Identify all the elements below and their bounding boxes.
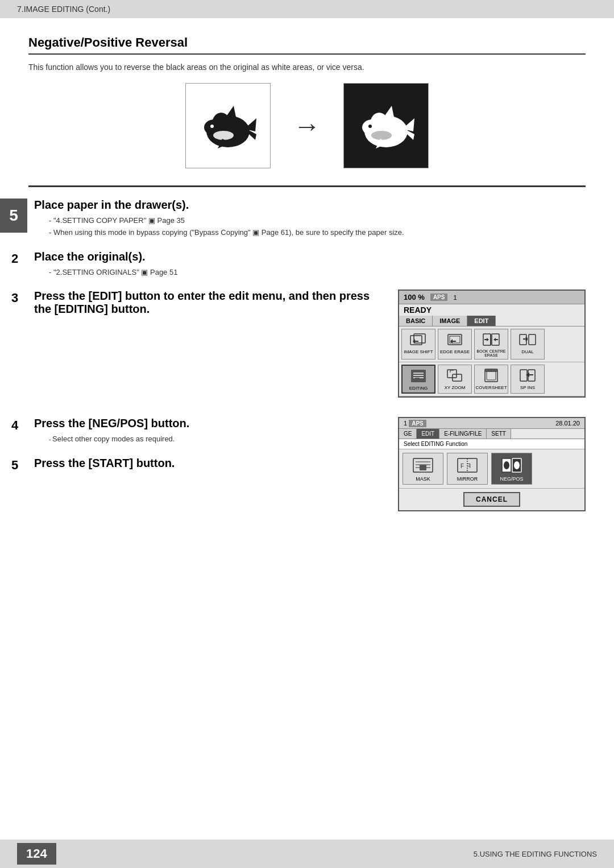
svg-text:F: F [460, 463, 464, 469]
edge-erase-label: EDGE ERASE [440, 349, 470, 354]
step-4-title: Press the [NEG/POS] button. [34, 417, 387, 430]
mask-label: MASK [416, 476, 430, 482]
lcd-btn-dual[interactable]: DUAL [511, 329, 545, 359]
step-2-content: Place the original(s). "2.SETTING ORIGIN… [34, 250, 586, 279]
lcd2-btn-negpos[interactable]: NEG/POS [491, 453, 532, 485]
lcd-btn-edge-erase[interactable]: EDGE ERASE [438, 329, 472, 359]
coversheet-label: COVERSHEET [475, 385, 507, 390]
lcd2-tab-ge[interactable]: GE [399, 429, 417, 439]
step-2-number: 2 [11, 251, 28, 279]
lcd-1-row-1: IMAGE SHIFT EDGE ERASE [399, 326, 584, 362]
lcd-btn-xy-zoom[interactable]: XY ZOOM [438, 365, 472, 394]
step-5-number: 5 [11, 458, 28, 473]
steps-4-5-left: 4 Press the [NEG/POS] button. Select oth… [11, 417, 387, 519]
step-4-content: Press the [NEG/POS] button. Select other… [34, 417, 387, 445]
lcd2-tab-sett[interactable]: SETT [487, 429, 511, 439]
editing-icon [408, 367, 429, 385]
cancel-button[interactable]: CANCEL [463, 492, 520, 507]
lcd-btn-book-centre[interactable]: BOOK CENTRE ERASE [474, 329, 508, 359]
dual-icon [517, 331, 538, 348]
lcd-1-num: 1 [453, 294, 457, 301]
step-2-sub-1: "2.SETTING ORIGINALS" ▣ Page 51 [41, 267, 586, 279]
top-bar: 7.IMAGE EDITING (Cont.) [0, 0, 614, 18]
lcd2-btn-mask[interactable]: MASK [403, 453, 443, 485]
svg-marker-3 [248, 118, 256, 131]
dual-label: DUAL [521, 349, 533, 354]
lcd2-icons-row: MASK FF MIRROR [399, 449, 584, 488]
lcd2-num: 1 [404, 420, 407, 427]
steps-container: 1 Place paper in the drawer(s). "4.SETTI… [0, 199, 586, 519]
step-3-block: 3 Press the [EDIT] button to enter the e… [11, 290, 586, 406]
svg-point-49 [504, 461, 509, 469]
arrow-icon: → [293, 110, 321, 142]
lcd-ready: READY [399, 304, 584, 316]
section-divider [28, 185, 586, 187]
svg-rect-31 [415, 378, 420, 381]
lcd2-btn-mirror[interactable]: FF MIRROR [447, 453, 488, 485]
bottom-section-text: 5.USING THE EDITING FUNCTIONS [474, 850, 597, 858]
lcd2-num-aps: 1 APS [404, 420, 426, 427]
lcd2-select-text: Select EDITING Function [399, 439, 584, 449]
xy-zoom-label: XY ZOOM [445, 385, 466, 390]
original-whale-image [185, 83, 271, 168]
step-1-sub-2: When using this mode in bypass copying (… [41, 227, 586, 239]
step-1-block: 1 Place paper in the drawer(s). "4.SETTI… [11, 199, 586, 239]
step-3-left: 3 Press the [EDIT] button to enter the e… [11, 290, 387, 406]
coversheet-icon [481, 367, 501, 384]
mask-icon [410, 456, 435, 475]
lcd-tab-edit[interactable]: EDIT [467, 316, 496, 326]
lcd-1-tabs: BASIC IMAGE EDIT [399, 316, 584, 326]
lcd-btn-editing[interactable]: EDITING [401, 365, 435, 394]
lcd2-cancel-row: CANCEL [399, 488, 584, 510]
mirror-icon: FF [455, 456, 480, 475]
lcd-tab-basic[interactable]: BASIC [399, 316, 433, 326]
step-3-content: Press the [EDIT] button to enter the edi… [34, 290, 387, 319]
book-centre-icon [481, 331, 501, 348]
step-5-content: Press the [START] button. [34, 457, 387, 473]
xy-zoom-icon [445, 367, 465, 384]
illustration-area: → [28, 83, 586, 168]
lcd2-tab-edit[interactable]: EDIT [417, 429, 439, 439]
lcd-2-display: 1 APS 28.01.20 GE EDIT E-FILING/FILE SET… [398, 417, 586, 511]
mirror-label: MIRROR [457, 476, 478, 482]
step-5-title: Press the [START] button. [34, 457, 387, 470]
lcd-tab-image[interactable]: IMAGE [433, 316, 467, 326]
steps-4-5-wrapper: 4 Press the [NEG/POS] button. Select oth… [11, 417, 586, 519]
lcd-1-row-2: EDITING XY ZOOM [399, 362, 584, 396]
svg-point-16 [371, 131, 392, 140]
lcd-btn-image-shift[interactable]: IMAGE SHIFT [401, 329, 435, 359]
lcd-1-aps: APS [430, 294, 448, 301]
lcd-btn-sp-ins[interactable]: SP INS [511, 365, 545, 394]
step-4-sub-1: Select other copy modes as required. [41, 433, 387, 445]
editing-label: EDITING [409, 386, 428, 391]
lcd-2-header: 1 APS 28.01.20 [399, 418, 584, 429]
step-3-inner: 3 Press the [EDIT] button to enter the e… [11, 290, 387, 319]
svg-point-7 [213, 131, 234, 140]
page-number: 124 [17, 843, 56, 865]
sp-ins-label: SP INS [520, 385, 535, 390]
step-2-block: 2 Place the original(s). "2.SETTING ORIG… [11, 250, 586, 279]
svg-rect-36 [485, 369, 497, 372]
svg-rect-26 [529, 334, 536, 345]
svg-rect-35 [487, 371, 496, 380]
lcd-1-display: 100 % APS 1 READY BASIC IMAGE EDIT [398, 290, 586, 398]
lcd-btn-coversheet[interactable]: COVERSHEET [474, 365, 508, 394]
step-5-block: 5 Press the [START] button. [11, 457, 387, 473]
bottom-bar: 124 5.USING THE EDITING FUNCTIONS [0, 840, 614, 868]
top-bar-text: 7.IMAGE EDITING (Cont.) [17, 5, 110, 14]
book-centre-label: BOOK CENTRE ERASE [476, 349, 507, 357]
edge-erase-icon [445, 331, 465, 348]
lcd2-aps: APS [409, 420, 426, 427]
lcd2-tab-efiling[interactable]: E-FILING/FILE [439, 429, 487, 439]
step-1-sub-1: "4.SETTING COPY PAPER" ▣ Page 35 [41, 215, 586, 227]
svg-point-15 [368, 125, 372, 128]
svg-rect-43 [420, 465, 426, 470]
step-4-number: 4 [11, 418, 28, 445]
step-2-subs: "2.SETTING ORIGINALS" ▣ Page 51 [41, 267, 586, 279]
step-3-number: 3 [11, 291, 28, 319]
svg-rect-32 [447, 370, 457, 378]
description-text: This function allows you to reverse the … [28, 63, 586, 72]
step-2-title: Place the original(s). [34, 250, 586, 263]
svg-point-6 [210, 125, 214, 128]
step-3-lcd: 100 % APS 1 READY BASIC IMAGE EDIT [398, 290, 586, 406]
